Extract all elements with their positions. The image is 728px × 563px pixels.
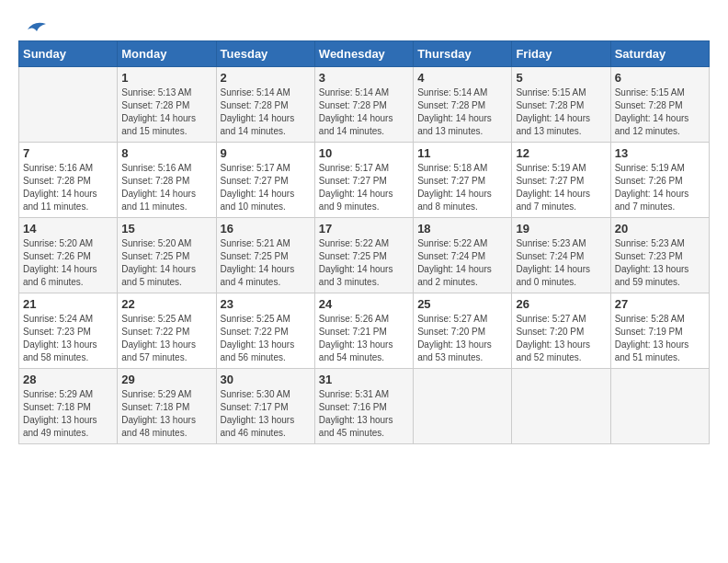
day-number: 13: [615, 146, 705, 160]
calendar-week-row: 1Sunrise: 5:13 AM Sunset: 7:28 PM Daylig…: [19, 67, 710, 143]
day-info: Sunrise: 5:27 AM Sunset: 7:20 PM Dayligh…: [516, 313, 606, 364]
day-info: Sunrise: 5:16 AM Sunset: 7:28 PM Dayligh…: [23, 162, 113, 213]
day-number: 15: [121, 222, 211, 236]
day-number: 11: [417, 146, 507, 160]
day-number: 9: [221, 146, 311, 160]
calendar-cell: 19Sunrise: 5:23 AM Sunset: 7:24 PM Dayli…: [512, 218, 610, 293]
day-of-week-header: Tuesday: [216, 41, 314, 67]
calendar-cell: 27Sunrise: 5:28 AM Sunset: 7:19 PM Dayli…: [610, 293, 709, 369]
day-info: Sunrise: 5:13 AM Sunset: 7:28 PM Dayligh…: [121, 86, 211, 138]
day-number: 10: [319, 146, 409, 160]
day-number: 6: [615, 71, 705, 85]
day-info: Sunrise: 5:29 AM Sunset: 7:18 PM Dayligh…: [23, 388, 113, 440]
day-info: Sunrise: 5:22 AM Sunset: 7:25 PM Dayligh…: [319, 237, 409, 289]
calendar-cell: [414, 369, 512, 444]
calendar-cell: 14Sunrise: 5:20 AM Sunset: 7:26 PM Dayli…: [19, 218, 118, 293]
day-number: 30: [221, 373, 311, 386]
day-info: Sunrise: 5:23 AM Sunset: 7:24 PM Dayligh…: [516, 237, 606, 289]
calendar-cell: [610, 369, 709, 444]
calendar-cell: 15Sunrise: 5:20 AM Sunset: 7:25 PM Dayli…: [118, 218, 216, 293]
day-info: Sunrise: 5:17 AM Sunset: 7:27 PM Dayligh…: [319, 162, 409, 213]
day-number: 26: [516, 297, 606, 311]
calendar-cell: 5Sunrise: 5:15 AM Sunset: 7:28 PM Daylig…: [512, 67, 610, 143]
day-of-week-header: Thursday: [414, 41, 512, 67]
day-info: Sunrise: 5:25 AM Sunset: 7:22 PM Dayligh…: [221, 313, 311, 364]
calendar-cell: 16Sunrise: 5:21 AM Sunset: 7:25 PM Dayli…: [216, 218, 314, 293]
day-number: 5: [516, 71, 606, 85]
calendar-week-row: 21Sunrise: 5:24 AM Sunset: 7:23 PM Dayli…: [19, 293, 710, 369]
day-info: Sunrise: 5:23 AM Sunset: 7:23 PM Dayligh…: [615, 237, 705, 289]
day-number: 22: [121, 297, 211, 311]
day-info: Sunrise: 5:31 AM Sunset: 7:16 PM Dayligh…: [319, 388, 409, 440]
calendar-table: SundayMondayTuesdayWednesdayThursdayFrid…: [18, 40, 710, 444]
day-of-week-header: Wednesday: [314, 41, 413, 67]
day-info: Sunrise: 5:25 AM Sunset: 7:22 PM Dayligh…: [121, 313, 211, 364]
day-of-week-header: Monday: [118, 41, 216, 67]
logo: [18, 18, 48, 31]
day-of-week-header: Sunday: [19, 41, 118, 67]
day-number: 8: [121, 146, 211, 160]
day-info: Sunrise: 5:17 AM Sunset: 7:27 PM Dayligh…: [221, 162, 311, 213]
day-number: 27: [615, 297, 705, 311]
day-number: 2: [221, 71, 311, 85]
calendar-cell: 9Sunrise: 5:17 AM Sunset: 7:27 PM Daylig…: [216, 143, 314, 218]
calendar-cell: 7Sunrise: 5:16 AM Sunset: 7:28 PM Daylig…: [19, 143, 118, 218]
calendar-week-row: 14Sunrise: 5:20 AM Sunset: 7:26 PM Dayli…: [19, 218, 710, 293]
calendar-cell: 25Sunrise: 5:27 AM Sunset: 7:20 PM Dayli…: [414, 293, 512, 369]
day-number: 19: [516, 222, 606, 236]
calendar-cell: 30Sunrise: 5:30 AM Sunset: 7:17 PM Dayli…: [216, 369, 314, 444]
calendar-cell: [512, 369, 610, 444]
calendar-week-row: 28Sunrise: 5:29 AM Sunset: 7:18 PM Dayli…: [19, 369, 710, 444]
day-info: Sunrise: 5:26 AM Sunset: 7:21 PM Dayligh…: [319, 313, 409, 364]
day-info: Sunrise: 5:16 AM Sunset: 7:28 PM Dayligh…: [121, 162, 211, 213]
day-info: Sunrise: 5:14 AM Sunset: 7:28 PM Dayligh…: [221, 86, 311, 138]
calendar-cell: 13Sunrise: 5:19 AM Sunset: 7:26 PM Dayli…: [610, 143, 709, 218]
day-info: Sunrise: 5:21 AM Sunset: 7:25 PM Dayligh…: [221, 237, 311, 289]
day-number: 23: [221, 297, 311, 311]
page-header: [18, 18, 710, 31]
logo-bird-icon: [20, 18, 48, 37]
calendar-cell: 28Sunrise: 5:29 AM Sunset: 7:18 PM Dayli…: [19, 369, 118, 444]
day-number: 28: [23, 373, 113, 386]
day-number: 21: [23, 297, 113, 311]
day-of-week-header: Saturday: [610, 41, 709, 67]
day-number: 7: [23, 146, 113, 160]
calendar-cell: 21Sunrise: 5:24 AM Sunset: 7:23 PM Dayli…: [19, 293, 118, 369]
day-info: Sunrise: 5:15 AM Sunset: 7:28 PM Dayligh…: [516, 86, 606, 138]
calendar-cell: 10Sunrise: 5:17 AM Sunset: 7:27 PM Dayli…: [314, 143, 413, 218]
day-number: 25: [417, 297, 507, 311]
calendar-week-row: 7Sunrise: 5:16 AM Sunset: 7:28 PM Daylig…: [19, 143, 710, 218]
day-info: Sunrise: 5:14 AM Sunset: 7:28 PM Dayligh…: [417, 86, 507, 138]
calendar-cell: 24Sunrise: 5:26 AM Sunset: 7:21 PM Dayli…: [314, 293, 413, 369]
day-info: Sunrise: 5:19 AM Sunset: 7:26 PM Dayligh…: [615, 162, 705, 213]
day-info: Sunrise: 5:19 AM Sunset: 7:27 PM Dayligh…: [516, 162, 606, 213]
day-info: Sunrise: 5:28 AM Sunset: 7:19 PM Dayligh…: [615, 313, 705, 364]
day-number: 3: [319, 71, 409, 85]
calendar-cell: 3Sunrise: 5:14 AM Sunset: 7:28 PM Daylig…: [314, 67, 413, 143]
calendar-cell: 23Sunrise: 5:25 AM Sunset: 7:22 PM Dayli…: [216, 293, 314, 369]
calendar-cell: 11Sunrise: 5:18 AM Sunset: 7:27 PM Dayli…: [414, 143, 512, 218]
calendar-cell: 1Sunrise: 5:13 AM Sunset: 7:28 PM Daylig…: [118, 67, 216, 143]
calendar-cell: 18Sunrise: 5:22 AM Sunset: 7:24 PM Dayli…: [414, 218, 512, 293]
day-number: 17: [319, 222, 409, 236]
calendar-cell: 12Sunrise: 5:19 AM Sunset: 7:27 PM Dayli…: [512, 143, 610, 218]
calendar-cell: 22Sunrise: 5:25 AM Sunset: 7:22 PM Dayli…: [118, 293, 216, 369]
day-info: Sunrise: 5:24 AM Sunset: 7:23 PM Dayligh…: [23, 313, 113, 364]
day-info: Sunrise: 5:18 AM Sunset: 7:27 PM Dayligh…: [417, 162, 507, 213]
day-number: 1: [121, 71, 211, 85]
calendar-header-row: SundayMondayTuesdayWednesdayThursdayFrid…: [19, 41, 710, 67]
day-info: Sunrise: 5:15 AM Sunset: 7:28 PM Dayligh…: [615, 86, 705, 138]
calendar-cell: [19, 67, 118, 143]
calendar-cell: 17Sunrise: 5:22 AM Sunset: 7:25 PM Dayli…: [314, 218, 413, 293]
calendar-cell: 8Sunrise: 5:16 AM Sunset: 7:28 PM Daylig…: [118, 143, 216, 218]
day-info: Sunrise: 5:22 AM Sunset: 7:24 PM Dayligh…: [417, 237, 507, 289]
calendar-cell: 6Sunrise: 5:15 AM Sunset: 7:28 PM Daylig…: [610, 67, 709, 143]
day-number: 18: [417, 222, 507, 236]
day-number: 24: [319, 297, 409, 311]
day-number: 31: [319, 373, 409, 386]
calendar-cell: 20Sunrise: 5:23 AM Sunset: 7:23 PM Dayli…: [610, 218, 709, 293]
calendar-cell: 4Sunrise: 5:14 AM Sunset: 7:28 PM Daylig…: [414, 67, 512, 143]
day-info: Sunrise: 5:20 AM Sunset: 7:25 PM Dayligh…: [121, 237, 211, 289]
day-info: Sunrise: 5:29 AM Sunset: 7:18 PM Dayligh…: [121, 388, 211, 440]
day-info: Sunrise: 5:30 AM Sunset: 7:17 PM Dayligh…: [221, 388, 311, 440]
